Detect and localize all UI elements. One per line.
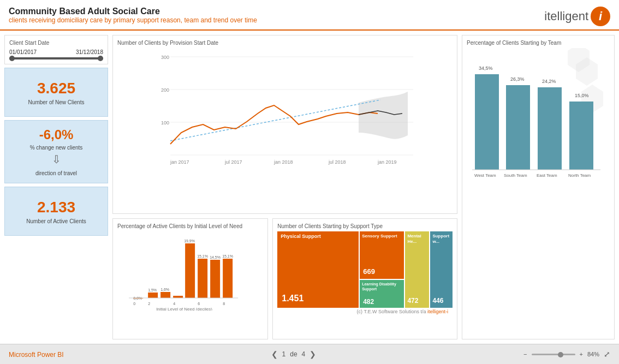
svg-text:jul 2018: jul 2018 (328, 159, 346, 165)
zoom-slider[interactable] (532, 354, 575, 355)
powerbi-link[interactable]: Microsoft Power BI (9, 351, 64, 359)
slider-fill (9, 57, 103, 59)
active-clients-label: Number of Active Clients (26, 218, 86, 224)
logo-text: itelligent (544, 9, 588, 23)
svg-text:jul 2017: jul 2017 (224, 159, 242, 165)
learning-disability-label: Learning Disability Support (362, 282, 404, 291)
support-with-label: Support w... (432, 234, 453, 244)
date-values: 01/01/2017 31/12/2018 (9, 49, 103, 55)
svg-text:24,2%: 24,2% (542, 79, 556, 84)
svg-text:26,3%: 26,3% (510, 76, 525, 82)
support-bars-container: Physical Support 1.451 Sensory Support 6… (277, 231, 453, 308)
header: Community Based Adult Social Care client… (0, 0, 619, 31)
new-clients-label: Number of New Clients (28, 99, 85, 105)
svg-text:1,6%: 1,6% (160, 288, 169, 291)
active-clients-card: 2.133 Number of Active Clients (4, 187, 108, 236)
svg-text:Initial Level of Need (deciles: Initial Level of Need (deciles) (156, 307, 212, 311)
line-chart-title: Number of Clients by Provision Start Dat… (117, 40, 453, 46)
svg-text:jan 2019: jan 2019 (377, 159, 397, 165)
team-chart-panel: Percentage of Clients Starting by Team 3… (462, 35, 615, 339)
svg-rect-40 (506, 85, 530, 170)
line-chart-svg: 300 200 100 (117, 48, 453, 168)
change-card: -6,0% % change new clients ⇩ direction o… (4, 120, 108, 183)
physical-support-label: Physical Support (281, 234, 321, 239)
page-title: Community Based Adult Social Care (9, 7, 257, 16)
new-clients-card: 3.625 Number of New Clients (4, 68, 108, 117)
decile-chart-title: Percentage of Active Clients by Initial … (117, 223, 263, 229)
zoom-level: 84% (587, 351, 599, 357)
content-area: Client Start Date 01/01/2017 31/12/2018 … (0, 31, 619, 344)
svg-text:100: 100 (161, 120, 169, 126)
change-label: % change new clients (30, 145, 83, 151)
header-titles: Community Based Adult Social Care client… (9, 7, 257, 24)
left-column: Client Start Date 01/01/2017 31/12/2018 … (4, 35, 108, 339)
next-page-button[interactable]: ❯ (310, 350, 316, 359)
zoom-plus[interactable]: + (580, 351, 583, 357)
page-total: 4 (302, 350, 306, 358)
physical-support-value: 1.451 (282, 294, 303, 303)
svg-text:200: 200 (161, 87, 169, 93)
svg-text:15,1%: 15,1% (222, 254, 233, 258)
fullscreen-icon[interactable]: ⤢ (604, 350, 610, 359)
sensory-support-bar: Sensory Support 669 (360, 231, 404, 279)
bottom-bar: Microsoft Power BI ❮ 1 de 4 ❯ − + 84% ⤢ (0, 344, 619, 364)
prev-page-button[interactable]: ❮ (271, 350, 278, 359)
svg-text:34,5%: 34,5% (479, 65, 493, 71)
middle-column: Number of Clients by Provision Start Dat… (112, 35, 457, 339)
date-filter-panel[interactable]: Client Start Date 01/01/2017 31/12/2018 (4, 35, 108, 64)
date-start: 01/01/2017 (9, 49, 37, 55)
page-navigation: ❮ 1 de 4 ❯ (271, 350, 317, 359)
sensory-group-col: Sensory Support 669 Learning Disability … (360, 231, 404, 308)
page-separator: de (290, 350, 297, 358)
slider-thumb-left[interactable] (9, 56, 15, 61)
powerbi-link-area[interactable]: Microsoft Power BI (9, 349, 64, 359)
svg-text:West Team: West Team (474, 173, 496, 178)
svg-text:19,9%: 19,9% (184, 239, 195, 243)
logo-area: itelligent i (544, 7, 610, 26)
team-chart-title: Percentage of Clients Starting by Team (467, 40, 610, 46)
direction-label: direction of travel (35, 170, 77, 176)
svg-text:6: 6 (198, 302, 200, 306)
svg-rect-20 (160, 292, 170, 298)
zoom-area: − + 84% ⤢ (523, 350, 610, 359)
svg-text:North Team: North Team (568, 173, 591, 178)
physical-support-bar: Physical Support 1.451 (277, 231, 359, 308)
svg-rect-39 (475, 74, 499, 170)
svg-rect-26 (198, 259, 207, 298)
zoom-thumb[interactable] (558, 352, 563, 357)
slider-thumb-right[interactable] (98, 56, 103, 61)
page-subtitle: clients receiving domiciliary care by pr… (9, 16, 257, 24)
svg-text:jan 2018: jan 2018 (273, 159, 293, 165)
mental-health-bar: Mental He... 472 (405, 231, 429, 308)
svg-text:8: 8 (223, 302, 225, 306)
svg-text:2: 2 (148, 302, 150, 306)
svg-text:1,5%: 1,5% (148, 288, 157, 292)
support-chart-title: Number of Clients Starting by Support Ty… (277, 223, 453, 229)
support-chart-panel: Number of Clients Starting by Support Ty… (272, 218, 457, 339)
main-container: Community Based Adult Social Care client… (0, 0, 619, 344)
zoom-minus[interactable]: − (523, 351, 527, 357)
copyright-brand: itelligent-i (427, 309, 448, 314)
date-slider[interactable] (9, 57, 103, 59)
mental-health-label: Mental He... (407, 234, 429, 244)
bottom-charts-row: Percentage of Active Clients by Initial … (112, 218, 457, 339)
svg-text:14,5%: 14,5% (210, 255, 221, 259)
svg-text:4: 4 (173, 302, 175, 306)
svg-rect-41 (538, 87, 562, 170)
mental-health-value: 472 (407, 297, 418, 305)
active-clients-value: 2.133 (37, 199, 75, 216)
svg-rect-24 (185, 243, 195, 298)
line-chart-container: 300 200 100 (117, 48, 453, 168)
svg-text:jan 2017: jan 2017 (170, 159, 189, 165)
svg-text:300: 300 (161, 55, 169, 60)
svg-rect-31 (223, 259, 233, 298)
right-column: Percentage of Clients Starting by Team 3… (462, 35, 615, 339)
logo-icon-letter: i (599, 9, 602, 23)
team-chart-svg: 34,5% 26,3% 24,2% 15,0% (467, 48, 610, 206)
svg-text:15,1%: 15,1% (197, 254, 208, 258)
learning-disability-bar: Learning Disability Support 482 (360, 280, 404, 308)
decile-chart-svg: 0,0% 0 1,5% 2 1,6% (117, 231, 263, 311)
svg-rect-17 (148, 293, 158, 298)
support-with-bar: Support w... 446 (430, 231, 453, 308)
sensory-support-value: 669 (363, 267, 375, 276)
